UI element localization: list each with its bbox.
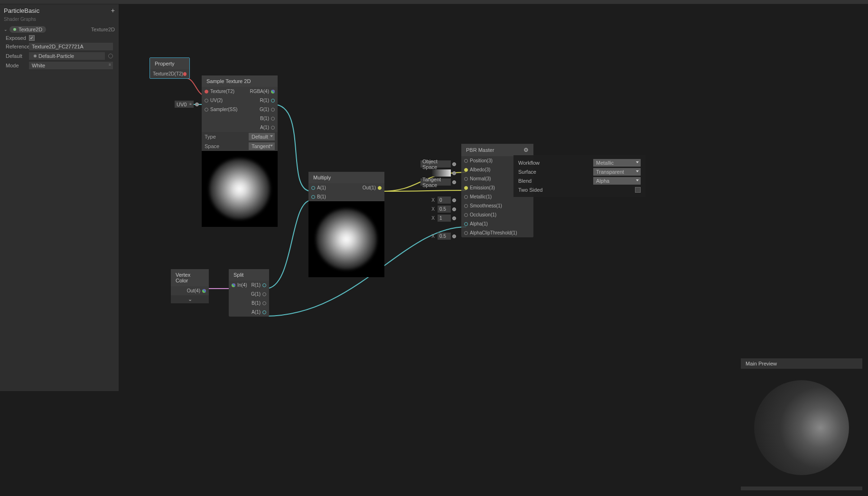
multiply-a-port[interactable] bbox=[311, 186, 315, 190]
workflow-dropdown[interactable]: Metallic bbox=[593, 159, 641, 167]
multiply-out-port[interactable] bbox=[378, 186, 382, 190]
property-pill[interactable]: Texture2D bbox=[9, 26, 46, 33]
split-a-port[interactable] bbox=[262, 310, 266, 314]
property-output-port[interactable] bbox=[183, 72, 187, 76]
alpha-port[interactable] bbox=[464, 222, 468, 226]
occlusion-inline-port[interactable] bbox=[452, 216, 456, 220]
normal-port[interactable] bbox=[464, 177, 468, 181]
default-texture-field[interactable]: Default-Particle bbox=[29, 52, 105, 60]
position-space-dropdown[interactable]: Object Space bbox=[420, 160, 451, 168]
gear-icon[interactable]: ⚙ bbox=[523, 147, 529, 153]
metallic-port[interactable] bbox=[464, 195, 468, 199]
shader-category: Shader Graphs bbox=[0, 17, 119, 25]
exposed-label: Exposed bbox=[6, 35, 27, 41]
position-port[interactable] bbox=[464, 159, 468, 163]
property-output-label: Texture2D(T2) bbox=[153, 71, 183, 76]
split-b-port[interactable] bbox=[262, 301, 266, 305]
reference-label: Reference bbox=[6, 44, 27, 49]
preview-sphere bbox=[754, 380, 849, 475]
occlusion-port[interactable] bbox=[464, 213, 468, 217]
reference-input[interactable] bbox=[29, 43, 113, 50]
split-g-port[interactable] bbox=[262, 292, 266, 296]
main-preview-panel[interactable]: Main Preview bbox=[741, 358, 862, 490]
rgba-output-port[interactable] bbox=[271, 90, 275, 94]
position-inline-port[interactable] bbox=[452, 162, 456, 166]
alphaclip-port[interactable] bbox=[464, 231, 468, 235]
vertex-color-expand[interactable]: ⌄ bbox=[171, 295, 209, 303]
uv-inline-port[interactable] bbox=[195, 103, 199, 106]
sample-texture-title: Sample Texture 2D bbox=[202, 75, 278, 87]
pbr-master-title: PBR Master bbox=[466, 147, 494, 153]
normal-space-dropdown[interactable]: Tangent Space bbox=[420, 178, 451, 186]
blend-label: Blend bbox=[518, 178, 532, 184]
add-property-button[interactable]: + bbox=[111, 7, 115, 14]
workflow-label: Workflow bbox=[518, 160, 540, 166]
alphaclip-inline-port[interactable] bbox=[452, 234, 456, 238]
emission-port[interactable] bbox=[464, 186, 468, 190]
alphaclip-value-input[interactable]: 0.5 bbox=[438, 233, 451, 240]
surface-label: Surface bbox=[518, 169, 536, 175]
split-node[interactable]: Split In(4) R(1) G(1) B(1) A(1) bbox=[229, 269, 269, 317]
graph-canvas[interactable]: Property Texture2D(T2) UV0≡ Sample Textu… bbox=[119, 4, 868, 496]
vertex-color-node[interactable]: Vertex Color Out(4) ⌄ bbox=[171, 269, 209, 303]
mode-label: Mode bbox=[6, 63, 27, 68]
albedo-port[interactable] bbox=[464, 168, 468, 172]
property-status-dot bbox=[13, 28, 16, 31]
twosided-checkbox[interactable] bbox=[635, 187, 641, 193]
uv-default-field[interactable]: UV0≡ bbox=[175, 101, 194, 108]
split-title: Split bbox=[229, 269, 269, 281]
b-output-port[interactable] bbox=[271, 117, 275, 121]
mode-dropdown[interactable]: White bbox=[29, 62, 113, 69]
sample-space-dropdown[interactable]: Tangent bbox=[249, 142, 275, 150]
split-input-port[interactable] bbox=[232, 283, 235, 287]
property-type-label: Texture2D bbox=[91, 27, 115, 32]
texture-input-port[interactable] bbox=[205, 90, 208, 94]
main-preview-viewport[interactable] bbox=[741, 369, 862, 487]
multiply-preview bbox=[308, 201, 384, 277]
sample-type-dropdown[interactable]: Default bbox=[249, 133, 275, 140]
vertex-color-title: Vertex Color bbox=[171, 269, 209, 286]
normal-inline-port[interactable] bbox=[452, 180, 456, 184]
smoothness-inline-port[interactable] bbox=[452, 207, 456, 211]
metallic-value-input[interactable]: 0 bbox=[438, 197, 451, 204]
multiply-title: Multiply bbox=[308, 172, 384, 183]
property-name: Texture2D bbox=[19, 27, 42, 32]
albedo-color-field[interactable] bbox=[432, 169, 451, 177]
a-output-port[interactable] bbox=[271, 126, 275, 130]
property-node[interactable]: Property Texture2D(T2) bbox=[149, 57, 190, 79]
occlusion-value-input[interactable]: 1 bbox=[438, 215, 451, 222]
g-output-port[interactable] bbox=[271, 108, 275, 112]
split-r-port[interactable] bbox=[262, 283, 266, 287]
twosided-label: Two Sided bbox=[518, 187, 542, 193]
default-label: Default bbox=[6, 53, 27, 59]
smoothness-port[interactable] bbox=[464, 204, 468, 208]
property-expand-arrow[interactable]: ⌄ bbox=[4, 27, 8, 32]
multiply-node[interactable]: Multiply A(1) Out(1) B(1) bbox=[308, 172, 384, 277]
pbr-settings-panel: Workflow Metallic Surface Transparent Bl… bbox=[513, 155, 645, 197]
texture-picker-button[interactable] bbox=[108, 54, 113, 58]
exposed-checkbox[interactable]: ✓ bbox=[29, 35, 35, 41]
multiply-b-port[interactable] bbox=[311, 195, 315, 199]
inspector-panel: ParticleBasic + Shader Graphs ⌄ Texture2… bbox=[0, 4, 119, 391]
r-output-port[interactable] bbox=[271, 99, 275, 103]
metallic-inline-port[interactable] bbox=[452, 198, 456, 202]
shader-title: ParticleBasic bbox=[4, 7, 39, 14]
sampler-input-port[interactable] bbox=[205, 108, 208, 112]
vertex-color-output-port[interactable] bbox=[202, 289, 206, 293]
sample-texture-node[interactable]: Sample Texture 2D Texture(T2) RGBA(4) UV… bbox=[202, 75, 278, 227]
property-node-title: Property bbox=[150, 58, 189, 69]
uv-input-port[interactable] bbox=[205, 99, 208, 103]
smoothness-value-input[interactable]: 0.5 bbox=[438, 206, 451, 213]
sample-texture-preview bbox=[202, 151, 278, 227]
main-preview-title: Main Preview bbox=[741, 358, 862, 369]
surface-dropdown[interactable]: Transparent bbox=[593, 168, 641, 176]
albedo-inline-port[interactable] bbox=[452, 171, 456, 175]
blend-dropdown[interactable]: Alpha bbox=[593, 177, 641, 185]
